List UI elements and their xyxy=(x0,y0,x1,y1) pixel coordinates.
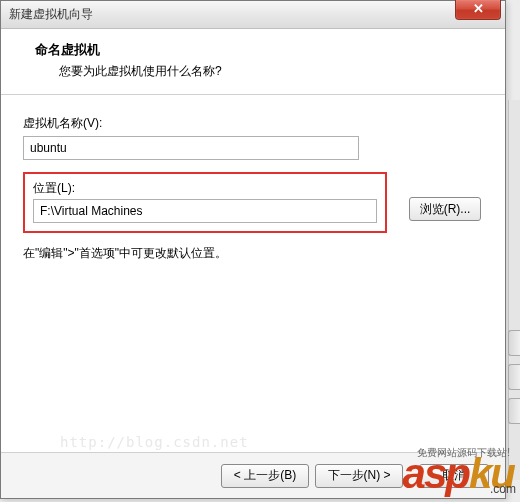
location-input[interactable] xyxy=(33,199,377,223)
wizard-header: 命名虚拟机 您要为此虚拟机使用什么名称? xyxy=(1,29,505,95)
side-tab[interactable] xyxy=(508,398,520,424)
next-button[interactable]: 下一步(N) > xyxy=(315,464,403,488)
close-button[interactable]: ✕ xyxy=(455,0,501,20)
back-button[interactable]: < 上一步(B) xyxy=(221,464,309,488)
window-title: 新建虚拟机向导 xyxy=(9,6,93,23)
side-tab[interactable] xyxy=(508,364,520,390)
vm-name-input[interactable] xyxy=(23,136,359,160)
side-tab[interactable] xyxy=(508,330,520,356)
wizard-window: 新建虚拟机向导 ✕ 命名虚拟机 您要为此虚拟机使用什么名称? 虚拟机名称(V):… xyxy=(0,0,506,499)
side-panel-edge xyxy=(508,100,520,480)
content-area: 命名虚拟机 您要为此虚拟机使用什么名称? 虚拟机名称(V): 位置(L): 在"… xyxy=(1,29,505,262)
page-title: 命名虚拟机 xyxy=(35,41,487,59)
wizard-body: 虚拟机名称(V): 位置(L): 在"编辑">"首选项"中可更改默认位置。 xyxy=(1,95,505,262)
location-hint: 在"编辑">"首选项"中可更改默认位置。 xyxy=(23,245,485,262)
titlebar: 新建虚拟机向导 ✕ xyxy=(1,1,505,29)
vm-name-label: 虚拟机名称(V): xyxy=(23,115,485,132)
location-highlight: 位置(L): xyxy=(23,172,387,233)
button-bar: < 上一步(B) 下一步(N) > 取消 xyxy=(1,452,505,498)
page-subtitle: 您要为此虚拟机使用什么名称? xyxy=(59,63,487,80)
faint-watermark-url: http://blog.csdn.net xyxy=(60,434,249,450)
cancel-button[interactable]: 取消 xyxy=(419,464,489,488)
browse-button[interactable]: 浏览(R)... xyxy=(409,197,481,221)
location-label: 位置(L): xyxy=(33,180,377,197)
